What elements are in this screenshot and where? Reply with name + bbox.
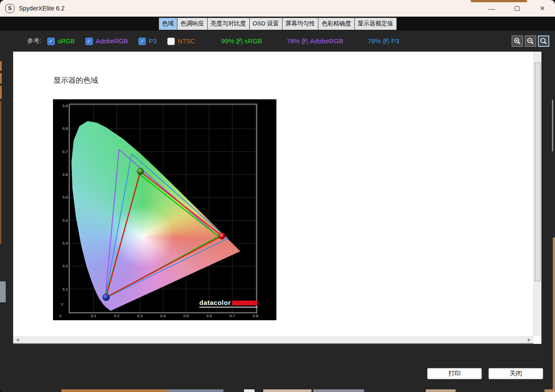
background-window-sliver-1 — [0, 61, 2, 71]
x-tick-0.4: 0.4 — [158, 314, 168, 318]
background-window-sliver-9 — [166, 389, 223, 392]
app-window: S SpyderXElite 6.2 — × 色域色调响应亮度与对比度OSD 设… — [0, 0, 555, 392]
tab-item-4[interactable]: 屏幕均匀性 — [283, 18, 318, 30]
x-tick-0.7: 0.7 — [227, 314, 237, 318]
reference-label: 参考: — [27, 37, 41, 45]
reference-name-NTSC: NTSC — [178, 38, 195, 45]
tab-strip: 色域色调响应亮度与对比度OSD 设置屏幕均匀性色彩精确度显示器额定值 — [158, 18, 396, 30]
app-logo-icon: S — [5, 4, 14, 13]
zoom-reset-button[interactable] — [538, 35, 549, 47]
screen: S SpyderXElite 6.2 — × 色域色调响应亮度与对比度OSD 设… — [0, 0, 555, 392]
reference-name-P3: P3 — [149, 38, 157, 45]
y-tick-0.7: 0.7 — [54, 150, 68, 154]
gamut-chart: 0.10.20.30.40.50.60.70.80.90.10.20.30.40… — [53, 99, 276, 320]
x-tick-0.3: 0.3 — [134, 314, 145, 318]
tab-item-6[interactable]: 显示器额定值 — [355, 18, 396, 30]
background-window-sliver-7 — [553, 238, 555, 389]
datacolor-logo-text: datacolor — [199, 300, 231, 305]
y-tick-0.3: 0.3 — [54, 241, 68, 245]
y-tick-0.4: 0.4 — [54, 218, 68, 223]
close-dialog-button[interactable]: 关闭 — [488, 368, 543, 379]
background-window-sliver-5 — [0, 281, 6, 302]
maximize-button[interactable] — [504, 0, 530, 17]
checkbox-AdobeRGB[interactable]: ✓ — [85, 38, 93, 45]
datacolor-logo: datacolor — [199, 300, 258, 308]
checkbox-sRGB[interactable]: ✓ — [47, 38, 55, 45]
gamut-results: 99% 的 sRGB78% 的 AdobeRGB78% 的 P3 — [221, 31, 399, 52]
tab-item-1[interactable]: 色调响应 — [177, 18, 207, 30]
gamut-result-0: 99% 的 sRGB — [221, 37, 262, 46]
zoom-in-button[interactable] — [512, 35, 523, 47]
reference-name-AdobeRGB: AdobeRGB — [96, 38, 128, 45]
x-tick-0.8: 0.8 — [250, 314, 261, 318]
x-tick-0.2: 0.2 — [112, 314, 122, 318]
background-window-sliver-13 — [426, 389, 456, 392]
vertical-scrollbar[interactable] — [534, 52, 541, 336]
background-window-sliver-6 — [552, 100, 553, 151]
gamut-result-2: 78% 的 P3 — [368, 37, 399, 46]
reference-sRGB: ✓sRGB — [47, 38, 75, 45]
y-tick-0.2: 0.2 — [54, 264, 68, 268]
checkbox-P3[interactable]: ✓ — [138, 38, 146, 45]
background-window-sliver-3 — [0, 86, 2, 99]
x-tick-0.1: 0.1 — [88, 314, 99, 318]
maximize-icon — [515, 6, 520, 11]
chart-title: 显示器的色域 — [53, 75, 98, 85]
y-tick-0.6: 0.6 — [54, 172, 68, 177]
content-panel: 显示器的色域 0.10.20.30.40.50.60.70.80.90.10.2… — [13, 52, 534, 336]
titlebar[interactable]: S SpyderXElite 6.2 — × — [0, 0, 555, 17]
minimize-button[interactable]: — — [479, 0, 504, 17]
window-title: SpyderXElite 6.2 — [19, 5, 64, 12]
tab-bar: 色域色调响应亮度与对比度OSD 设置屏幕均匀性色彩精确度显示器额定值 — [0, 17, 555, 31]
vertical-scrollbar-thumb[interactable] — [535, 63, 541, 281]
print-button[interactable]: 打印 — [427, 368, 482, 379]
reference-AdobeRGB: ✓AdobeRGB — [85, 38, 128, 45]
background-window-sliver-2 — [0, 73, 2, 84]
zoom-reset-icon — [540, 37, 548, 45]
zoom-out-icon — [527, 37, 534, 45]
background-window-sliver-4 — [0, 101, 1, 244]
reference-P3: ✓P3 — [138, 38, 157, 45]
tab-item-0[interactable]: 色域 — [159, 18, 177, 30]
reference-name-sRGB: sRGB — [58, 38, 75, 45]
toolbar: 参考: ✓sRGB✓AdobeRGB✓P3NTSC 99% 的 sRGB78% … — [0, 31, 555, 52]
tab-item-2[interactable]: 亮度与对比度 — [207, 18, 249, 30]
background-window-sliver-8 — [61, 389, 166, 392]
background-window-sliver-12 — [313, 389, 364, 392]
y-axis-label: Y — [61, 302, 64, 307]
x-tick-0.5: 0.5 — [181, 314, 191, 318]
y-tick-0.8: 0.8 — [54, 126, 68, 131]
window-controls: — × — [479, 0, 555, 17]
y-tick-0.1: 0.1 — [54, 287, 68, 291]
background-window-sliver-14 — [544, 389, 555, 392]
zoom-button-group — [512, 35, 549, 47]
scroll-right-arrow-icon[interactable] — [528, 338, 530, 342]
background-window-sliver-0 — [471, 0, 527, 2]
x-axis-label: X — [59, 314, 62, 318]
x-tick-0.6: 0.6 — [204, 314, 215, 318]
gamut-triangles — [53, 99, 276, 320]
zoom-out-button[interactable] — [525, 35, 536, 47]
background-window-sliver-11 — [263, 389, 311, 392]
reference-checkboxes: ✓sRGB✓AdobeRGB✓P3NTSC — [47, 38, 195, 45]
gamut-result-1: 78% 的 AdobeRGB — [286, 37, 343, 46]
scroll-left-arrow-icon[interactable] — [16, 338, 19, 342]
close-button[interactable]: × — [530, 0, 555, 17]
background-window-sliver-10 — [244, 389, 255, 392]
tab-item-3[interactable]: OSD 设置 — [249, 18, 282, 30]
scrollbar-corner — [534, 336, 541, 344]
horizontal-scrollbar[interactable] — [13, 336, 534, 344]
zoom-in-icon — [513, 37, 521, 45]
reference-NTSC: NTSC — [167, 38, 195, 45]
checkbox-NTSC[interactable] — [167, 38, 175, 45]
tab-item-5[interactable]: 色彩精确度 — [318, 18, 354, 30]
y-tick-0.9: 0.9 — [54, 104, 68, 108]
datacolor-logo-redbar — [232, 301, 258, 305]
y-tick-0.5: 0.5 — [54, 195, 68, 200]
